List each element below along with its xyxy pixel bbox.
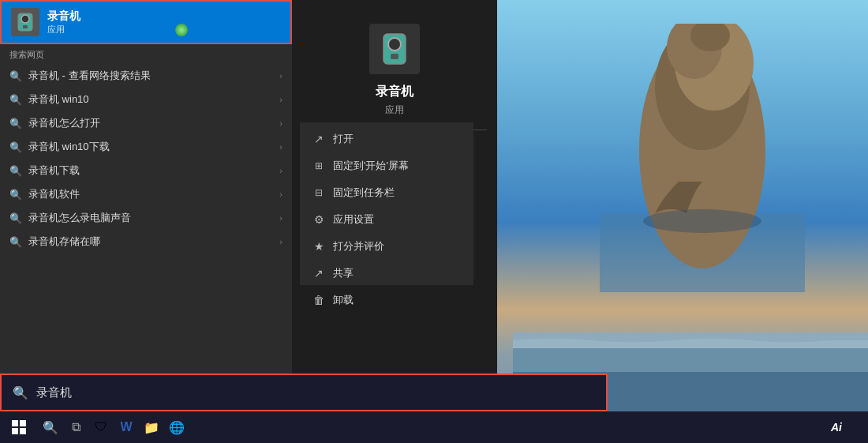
context-item-pin-start[interactable]: ⊞ 固定到'开始'屏幕 xyxy=(300,152,473,179)
search-item-5[interactable]: 🔍 录音机软件 › xyxy=(0,182,292,206)
taskbar-explorer[interactable]: 📁 xyxy=(139,411,164,443)
taskbar-edge[interactable]: 🌐 xyxy=(164,411,189,443)
taskbar-search-icon[interactable]: 🔍 xyxy=(38,411,63,443)
taskbar-360[interactable]: 🛡 xyxy=(88,411,114,443)
arrow-icon-6: › xyxy=(279,213,282,223)
arrow-icon-5: › xyxy=(279,190,282,199)
ai-button[interactable]: Ai xyxy=(805,411,868,443)
search-item-4[interactable]: 🔍 录音机下载 › xyxy=(0,159,292,182)
arrow-icon-4: › xyxy=(279,166,282,175)
settings-icon: ⚙ xyxy=(312,213,325,226)
search-icon-2: 🔍 xyxy=(9,118,22,130)
top-result[interactable]: 录音机 应用 xyxy=(0,0,292,44)
arrow-icon-2: › xyxy=(279,118,282,128)
top-result-icon xyxy=(11,8,39,36)
search-results-list: 🔍 录音机 - 查看网络搜索结果 › 🔍 录音机 win10 › 🔍 录音机怎么… xyxy=(0,62,292,255)
svg-point-14 xyxy=(388,38,401,51)
search-icon-0: 🔍 xyxy=(9,70,22,82)
section-web-label: 搜索网页 xyxy=(0,44,292,62)
svg-rect-15 xyxy=(391,54,398,59)
start-button[interactable] xyxy=(0,411,38,443)
ai-label: Ai xyxy=(831,421,842,434)
pin-start-icon: ⊞ xyxy=(312,160,325,171)
search-item-7[interactable]: 🔍 录音机存储在哪 › xyxy=(0,230,292,253)
context-item-rate[interactable]: ★ 打分并评价 xyxy=(300,233,473,260)
taskbar-task-view[interactable]: ⧉ xyxy=(63,411,88,443)
share-icon: ↗ xyxy=(312,267,325,280)
top-result-text: 录音机 应用 xyxy=(47,9,80,36)
search-icon-1: 🔍 xyxy=(9,94,22,106)
app-detail-title: 录音机 xyxy=(376,84,413,100)
search-bar-text: 录音机 xyxy=(36,385,72,400)
search-icon-3: 🔍 xyxy=(9,141,22,153)
rock-formation xyxy=(600,24,805,292)
search-item-2[interactable]: 🔍 录音机怎么打开 › xyxy=(0,111,292,135)
svg-point-11 xyxy=(21,15,29,23)
uninstall-icon: 🗑 xyxy=(312,294,325,306)
app-detail-icon xyxy=(369,24,420,74)
arrow-icon-7: › xyxy=(279,237,282,246)
context-item-uninstall[interactable]: 🗑 卸载 xyxy=(300,287,473,313)
search-input-bar[interactable]: 🔍 录音机 xyxy=(0,374,608,411)
windows-logo xyxy=(12,420,26,434)
search-icon-6: 🔍 xyxy=(9,212,22,224)
search-item-1[interactable]: 🔍 录音机 win10 › xyxy=(0,88,292,111)
app-detail-subtitle: 应用 xyxy=(385,103,404,117)
svg-point-6 xyxy=(643,209,761,233)
pin-taskbar-icon: ⊟ xyxy=(312,187,325,198)
rate-icon: ★ xyxy=(312,240,325,253)
taskbar: 🔍 ⧉ 🛡 W 📁 🌐 Ai xyxy=(0,411,868,443)
context-item-open[interactable]: ↗ 打开 xyxy=(300,126,473,152)
context-item-settings[interactable]: ⚙ 应用设置 xyxy=(300,206,473,233)
search-icon-4: 🔍 xyxy=(9,165,22,177)
context-item-share[interactable]: ↗ 共享 xyxy=(300,260,473,287)
context-menu: ↗ 打开 ⊞ 固定到'开始'屏幕 ⊟ 固定到任务栏 ⚙ 应用设置 ★ 打分并评价… xyxy=(300,122,473,285)
search-panel: 录音机 应用 搜索网页 🔍 录音机 - 查看网络搜索结果 › 🔍 录音机 win… xyxy=(0,0,292,374)
search-item-0[interactable]: 🔍 录音机 - 查看网络搜索结果 › xyxy=(0,64,292,88)
arrow-icon-1: › xyxy=(279,95,282,104)
arrow-icon-0: › xyxy=(279,71,282,81)
arrow-icon-3: › xyxy=(279,142,282,152)
taskbar-word[interactable]: W xyxy=(114,411,139,443)
open-icon: ↗ xyxy=(312,133,325,145)
search-icon-5: 🔍 xyxy=(9,189,22,201)
svg-rect-12 xyxy=(23,25,28,28)
search-icon-7: 🔍 xyxy=(9,236,22,248)
search-bar-icon: 🔍 xyxy=(13,385,28,400)
search-item-6[interactable]: 🔍 录音机怎么录电脑声音 › xyxy=(0,206,292,230)
search-item-3[interactable]: 🔍 录音机 win10下载 › xyxy=(0,135,292,159)
cursor-indicator xyxy=(175,24,188,36)
context-item-pin-taskbar[interactable]: ⊟ 固定到任务栏 xyxy=(300,179,473,206)
